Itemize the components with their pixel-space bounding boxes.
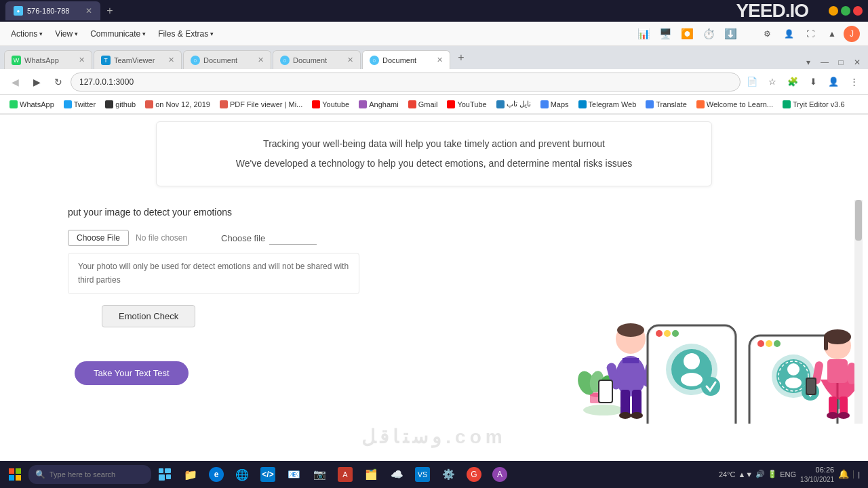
emotion-check-button[interactable]: Emotion Check [102,305,195,327]
bookmark-nile[interactable]: نايل تاب [492,98,535,110]
account-btn[interactable]: 👤 [825,73,842,91]
scrollbar-thumb[interactable] [855,200,862,241]
bookmark-github[interactable]: github [101,99,140,110]
taskbar-app4[interactable]: 🗂️ [359,462,383,487]
maximize-button[interactable] [841,6,850,16]
taskbar-app3[interactable]: A [333,462,357,487]
start-button[interactable] [3,462,27,487]
extensions-btn[interactable]: 🧩 [784,73,802,91]
taskbar-app5[interactable]: ☁️ [384,462,409,487]
browser-tab-doc1[interactable]: ○ Document ✕ [183,50,271,69]
choose-link-input[interactable] [269,231,317,245]
taskbar-app1[interactable]: 📧 [281,462,306,487]
bookmark-whatsapp[interactable]: WhatsApp [5,99,58,110]
record-icon[interactable]: ⏺️ [677,24,697,44]
bookmark-telegram[interactable]: Telegram Web [574,99,641,110]
settings-right-icon[interactable]: ⚙ [757,24,777,44]
browser-tab-doc2[interactable]: ○ Document ✕ [273,50,361,69]
back-button[interactable]: ◀ [5,73,24,92]
page-scrollbar[interactable] [854,200,863,424]
bookmark-maps[interactable]: Maps [536,99,573,110]
address-bar[interactable]: 127.0.0.1:3000 [71,73,741,92]
language-indicator: ENG [780,470,796,479]
close-window-btn[interactable]: ✕ [850,56,864,69]
taskbar-edge[interactable]: e [204,462,229,487]
bookmark-btn[interactable]: ☆ [764,73,781,91]
browser-tab-doc3[interactable]: ○ Document ✕ [362,50,450,69]
taskbar-search[interactable]: 🔍 [28,465,151,484]
forward-button[interactable]: ▶ [27,73,46,92]
whatsapp-favicon: W [12,56,21,65]
taskbar-app7[interactable]: ⚙️ [436,462,460,487]
avatar-icon[interactable]: J [844,26,860,42]
bookmark-tryit[interactable]: Tryit Editor v3.6 [778,99,849,110]
active-app-tab[interactable]: ● 576-180-788 ✕ [5,1,100,20]
taskbar-chrome[interactable]: 🌐 [230,462,254,487]
show-desktop-btn[interactable]: | [853,470,860,479]
bookmark-anghami[interactable]: Anghami [355,99,402,110]
svg-point-0 [583,405,624,415]
new-tab-button[interactable]: + [100,1,119,20]
tabs-list-btn[interactable]: ▾ [802,56,815,69]
view-menu[interactable]: View ▾ [50,26,83,41]
doc2-tab-close[interactable]: ✕ [347,56,353,64]
expand-icon[interactable]: ⛶ [800,24,821,44]
bookmark-pdf[interactable]: PDF File viewer | Mi... [216,99,307,110]
doc3-tab-close[interactable]: ✕ [437,56,443,64]
take-text-test-button[interactable]: Take Your Text Test [75,361,189,385]
svg-point-43 [774,340,781,347]
taskbar-search-input[interactable] [50,470,144,479]
whatsapp-tab-close[interactable]: ✕ [79,56,85,64]
chevron-up-icon[interactable]: ▲ [822,24,842,44]
bookmark-learn[interactable]: Welcome to Learn... [692,99,777,110]
svg-rect-56 [824,337,828,350]
info-text-2: We've developed a technology to help you… [177,155,691,172]
download-nav-btn[interactable]: ⬇ [804,73,822,91]
restore-window-btn[interactable]: □ [834,56,848,69]
refresh-button[interactable]: ↻ [49,73,68,92]
doc3-tab-label: Document [382,56,416,64]
communicate-menu[interactable]: Communicate ▾ [85,26,151,41]
taskbar-file-explorer[interactable]: 📁 [178,462,203,487]
bookmark-youtube[interactable]: Youtube [308,99,353,110]
search-icon: 🔍 [35,470,45,479]
minimize-window-btn[interactable]: — [818,56,831,69]
taskbar-app2[interactable]: 📷 [307,462,332,487]
bookmark-youtube2[interactable]: YouTube [443,99,490,110]
timer-icon[interactable]: ⏱️ [698,24,719,44]
files-extras-menu[interactable]: Files & Extras ▾ [153,26,219,41]
volume-icon[interactable]: 🔊 [755,470,765,479]
browser-new-tab-button[interactable]: + [452,50,471,65]
bookmark-date[interactable]: on Nov 12, 2019 [141,99,214,110]
teamviewer-tab-close[interactable]: ✕ [168,56,174,64]
browser-tab-whatsapp[interactable]: W WhatsApp ✕ [4,50,92,69]
close-button[interactable] [853,6,863,16]
info-text-1: Tracking your well-being data will help … [177,136,691,152]
reader-mode-btn[interactable]: 📄 [743,73,761,91]
bar-chart-icon[interactable]: 📊 [633,24,654,44]
bookmark-twitter[interactable]: Twitter [60,99,100,110]
bookmark-gmail[interactable]: Gmail [404,99,442,110]
download-icon[interactable]: ⬇️ [720,24,741,44]
notification-icon[interactable]: 🔔 [838,469,849,479]
actions-menu[interactable]: Actions ▾ [5,26,48,41]
tab-close-btn[interactable]: ✕ [85,6,92,16]
taskbar-vscode[interactable]: </> [256,462,280,487]
bookmark-translate[interactable]: Translate [642,99,690,110]
doc1-tab-close[interactable]: ✕ [258,56,264,64]
doc1-favicon: ○ [191,56,200,65]
files-extras-label: Files & Extras [158,29,208,39]
browser-chrome: Actions ▾ View ▾ Communicate ▾ Files & E… [0,22,868,115]
svg-rect-69 [159,468,163,473]
svg-point-20 [631,412,643,419]
user-right-icon[interactable]: 👤 [778,24,799,44]
screen-icon[interactable]: 🖥️ [655,24,675,44]
taskbar-chrome2[interactable]: G [462,462,486,487]
browser-tab-teamviewer[interactable]: T TeamViewer ✕ [94,50,182,69]
taskbar-task-view[interactable] [153,462,177,487]
minimize-button[interactable] [829,6,838,16]
choose-file-button[interactable]: Choose File [68,230,129,246]
taskbar-app6[interactable]: VS [410,462,435,487]
taskbar-app8[interactable]: A [488,462,512,487]
more-options-btn[interactable]: ⋮ [845,73,863,91]
